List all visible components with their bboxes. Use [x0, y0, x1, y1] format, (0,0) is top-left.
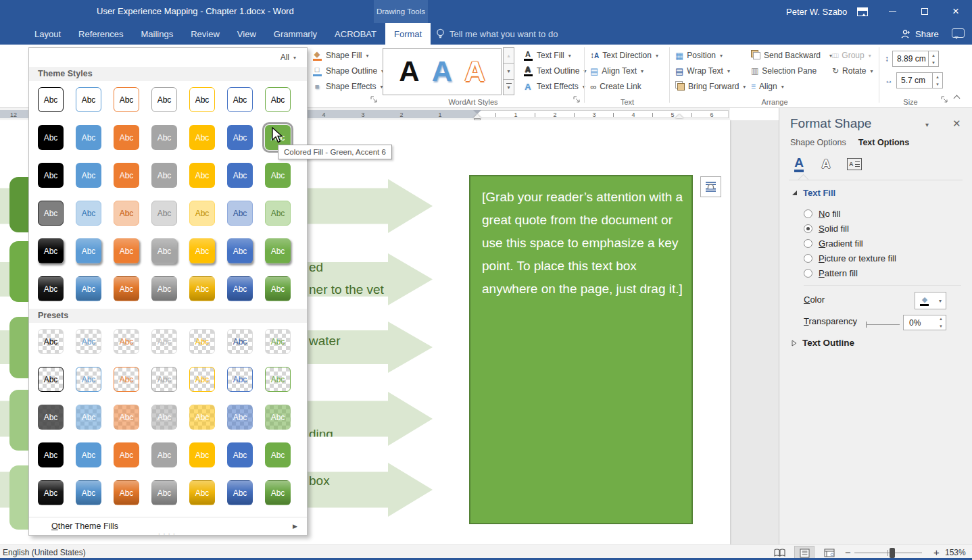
style-swatch-presets-r2c3[interactable]: Abc	[114, 367, 139, 392]
style-swatch-presets-r2c5[interactable]: Abc	[189, 367, 215, 392]
style-swatch-presets-r2c1[interactable]: Abc	[38, 367, 64, 392]
style-swatch-presets-r4c6[interactable]: Abc	[227, 442, 253, 467]
transparency-slider[interactable]	[866, 324, 900, 325]
bring-forward-button[interactable]: Bring Forward▾	[673, 80, 748, 93]
text-outline-button[interactable]: A Text Outline▾	[520, 64, 588, 78]
style-swatch-presets-r5c3[interactable]: Abc	[114, 480, 139, 505]
style-swatch-presets-r2c7[interactable]: Abc	[265, 367, 291, 392]
ribbon-tab-layout[interactable]: Layout	[26, 23, 70, 45]
text-outline-section-header[interactable]: Text Outline	[792, 338, 854, 348]
color-picker-button[interactable]: ◆ ▾	[915, 292, 946, 309]
style-swatch-presets-r4c5[interactable]: Abc	[189, 442, 215, 467]
style-swatch-theme-styles-r6c7[interactable]: Abc	[265, 276, 291, 301]
align-text-button[interactable]: ▤ Align Text▾	[588, 64, 646, 78]
style-swatch-presets-r2c6[interactable]: Abc	[227, 367, 253, 392]
pane-menu-button[interactable]: ▾	[925, 118, 929, 129]
align-button[interactable]: ≡ Align▾	[749, 80, 786, 93]
wordart-style-black[interactable]: A	[399, 55, 419, 88]
style-swatch-theme-styles-r1c2[interactable]: Abc	[76, 87, 101, 112]
ribbon-tab-view[interactable]: View	[228, 23, 265, 45]
style-swatch-theme-styles-r3c6[interactable]: Abc	[227, 163, 253, 188]
comments-icon[interactable]	[952, 28, 965, 38]
text-fill-section-header[interactable]: Text Fill	[792, 188, 835, 198]
style-swatch-theme-styles-r6c2[interactable]: Abc	[76, 276, 101, 301]
ribbon-tab-mailings[interactable]: Mailings	[132, 23, 183, 45]
style-swatch-theme-styles-r6c4[interactable]: Abc	[151, 276, 177, 301]
style-swatch-theme-styles-r4c2[interactable]: Abc	[76, 201, 101, 226]
style-swatch-theme-styles-r3c7[interactable]: Abc	[265, 163, 291, 188]
shape-styles-dialog-launcher[interactable]	[370, 96, 379, 105]
style-swatch-presets-r1c2[interactable]: Abc	[76, 329, 101, 354]
text-effects-button[interactable]: A Text Effects▾	[520, 80, 587, 93]
share-button[interactable]: Share	[900, 23, 939, 45]
style-swatch-presets-r1c4[interactable]: Abc	[151, 329, 177, 354]
style-swatch-presets-r4c7[interactable]: Abc	[265, 442, 291, 467]
collapse-ribbon-button[interactable]	[954, 93, 959, 103]
style-swatch-theme-styles-r5c3[interactable]: Abc	[114, 238, 139, 263]
height-down-arrow[interactable]: ▼	[929, 59, 938, 66]
style-swatch-presets-r4c2[interactable]: Abc	[76, 442, 101, 467]
style-swatch-presets-r1c7[interactable]: Abc	[265, 329, 291, 354]
style-swatch-presets-r4c1[interactable]: Abc	[38, 442, 64, 467]
shape-outline-button[interactable]: □ Shape Outline▾	[310, 64, 386, 78]
style-swatch-theme-styles-r1c4[interactable]: Abc	[151, 87, 177, 112]
style-swatch-presets-r4c4[interactable]: Abc	[151, 442, 177, 467]
position-button[interactable]: ▦ Position▾	[673, 49, 725, 62]
style-swatch-presets-r1c1[interactable]: Abc	[38, 329, 64, 354]
zoom-slider-track[interactable]	[854, 553, 922, 553]
shape-effects-button[interactable]: ■ Shape Effects▾	[310, 80, 385, 93]
style-swatch-theme-styles-r5c4[interactable]: Abc	[151, 238, 177, 263]
maximize-button[interactable]	[915, 4, 935, 19]
left-indent-marker[interactable]	[474, 118, 481, 120]
quote-textbox[interactable]: [Grab your reader’s attention with a gre…	[469, 175, 693, 524]
style-swatch-theme-styles-r3c2[interactable]: Abc	[76, 163, 101, 188]
style-swatch-theme-styles-r5c1[interactable]: Abc	[38, 238, 64, 263]
style-swatch-theme-styles-r5c7[interactable]: Abc	[265, 238, 291, 263]
textbox-layout-icon-button[interactable]: A	[844, 154, 865, 174]
contextual-tab-group-drawing-tools[interactable]: Drawing Tools	[374, 0, 428, 23]
style-swatch-theme-styles-r4c1[interactable]: Abc	[38, 201, 64, 226]
wordart-scroll-down-button[interactable]: ▾	[503, 63, 514, 79]
style-swatch-theme-styles-r4c4[interactable]: Abc	[151, 201, 177, 226]
rotate-button[interactable]: ↻ Rotate▾	[830, 64, 875, 78]
style-swatch-presets-r3c7[interactable]: Abc	[265, 405, 291, 430]
shape-height-input[interactable]	[893, 51, 928, 66]
style-swatch-presets-r3c6[interactable]: Abc	[227, 405, 253, 430]
group-button[interactable]: □□ Group▾	[830, 49, 873, 62]
create-link-button[interactable]: ∞ Create Link	[588, 80, 643, 93]
zoom-percentage[interactable]: 153%	[945, 548, 966, 557]
style-swatch-presets-r1c3[interactable]: Abc	[114, 329, 139, 354]
style-swatch-presets-r5c7[interactable]: Abc	[265, 480, 291, 505]
language-status[interactable]: English (United States)	[3, 548, 86, 557]
style-swatch-theme-styles-r6c5[interactable]: Abc	[189, 276, 215, 301]
ribbon-tab-references[interactable]: References	[70, 23, 132, 45]
style-swatch-theme-styles-r5c2[interactable]: Abc	[76, 238, 101, 263]
style-swatch-theme-styles-r2c4[interactable]: Abc	[151, 125, 177, 150]
wordart-more-button[interactable]: ▾	[503, 79, 514, 95]
ribbon-tab-acrobat[interactable]: ACROBAT	[326, 23, 385, 45]
style-swatch-theme-styles-r1c5[interactable]: Abc	[189, 87, 215, 112]
style-swatch-theme-styles-r3c3[interactable]: Abc	[114, 163, 139, 188]
tell-me-box[interactable]: Tell me what you want to do	[436, 23, 558, 45]
style-swatch-theme-styles-r4c5[interactable]: Abc	[189, 201, 215, 226]
style-swatch-theme-styles-r2c2[interactable]: Abc	[76, 125, 101, 150]
text-direction-button[interactable]: ↕A Text Direction▾	[588, 49, 660, 62]
style-swatch-theme-styles-r3c5[interactable]: Abc	[189, 163, 215, 188]
style-swatch-theme-styles-r4c6[interactable]: Abc	[227, 201, 253, 226]
minimize-button[interactable]	[882, 4, 902, 19]
style-swatch-presets-r5c2[interactable]: Abc	[76, 480, 101, 505]
style-swatch-theme-styles-r1c6[interactable]: Abc	[227, 87, 253, 112]
style-swatch-theme-styles-r2c6[interactable]: Abc	[227, 125, 253, 150]
style-swatch-presets-r3c4[interactable]: Abc	[151, 405, 177, 430]
style-swatch-presets-r3c3[interactable]: Abc	[114, 405, 139, 430]
radio-solid-fill[interactable]: Solid fill	[804, 224, 849, 234]
style-swatch-presets-r1c6[interactable]: Abc	[227, 329, 253, 354]
style-swatch-theme-styles-r1c1[interactable]: Abc	[38, 87, 64, 112]
ribbon-tab-format[interactable]: Format	[385, 23, 431, 45]
style-swatch-presets-r5c4[interactable]: Abc	[151, 480, 177, 505]
style-swatch-theme-styles-r6c6[interactable]: Abc	[227, 276, 253, 301]
style-swatch-theme-styles-r4c3[interactable]: Abc	[114, 201, 139, 226]
wordart-scroll-up-button[interactable]: ▴	[503, 47, 514, 63]
signed-in-user[interactable]: Peter W. Szabo	[786, 7, 847, 17]
pane-close-button[interactable]: ✕	[952, 118, 961, 130]
